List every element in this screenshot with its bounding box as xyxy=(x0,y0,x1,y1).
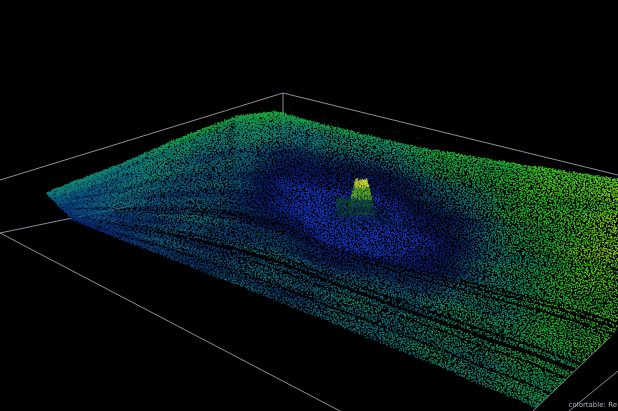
point-cloud-canvas[interactable] xyxy=(0,0,618,411)
sonar-viewer-window: colortable: Re xyxy=(0,0,618,411)
colortable-label: colortable: Re xyxy=(569,401,617,409)
